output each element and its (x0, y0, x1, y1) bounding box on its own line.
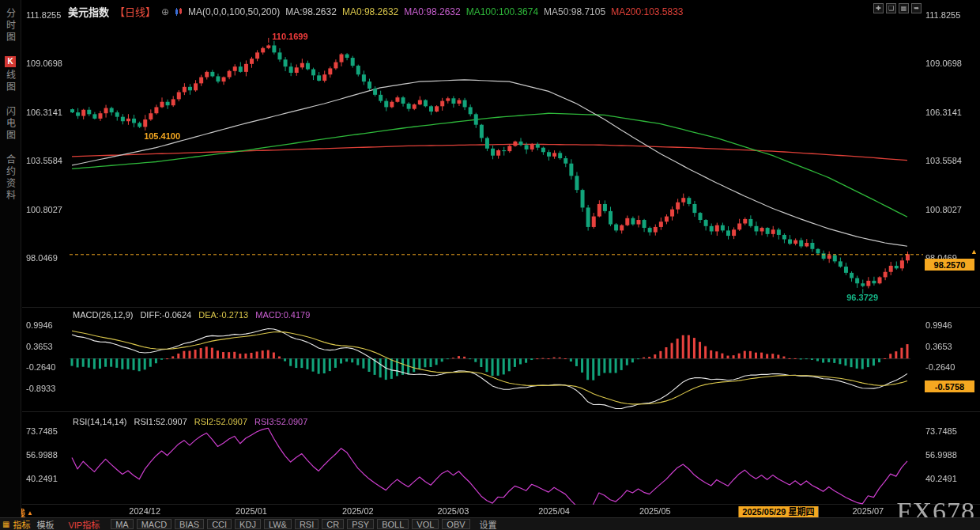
rsi-title: RSI(14,14,14) (73, 417, 126, 426)
grid-layout-icon[interactable]: ▦ (899, 3, 909, 13)
bottom-annotation: 96.3729 (846, 293, 878, 302)
tab-psy[interactable]: PSY (347, 519, 374, 529)
main-y-tick-left: 106.3141 (26, 108, 62, 117)
rsi2-value: RSI2:52.0907 (194, 417, 247, 426)
tab-boll[interactable]: BOLL (377, 519, 409, 529)
x-axis-label: 2025/03 (437, 506, 469, 516)
sidebar-item-kline[interactable]: K 线图 (4, 56, 17, 93)
peak-annotation: 110.1699 (272, 32, 307, 41)
macd-y-tick-right: 0.9946 (925, 320, 952, 330)
main-y-tick-left: 103.5584 (26, 156, 62, 165)
ma-value: MA:98.2632 (285, 6, 337, 17)
sidebar-item-contract-info[interactable]: 合约资料 (4, 154, 17, 202)
main-y-tick-right: 106.3141 (925, 108, 962, 117)
ma50-value: MA50:98.7105 (544, 6, 605, 17)
macd-value-box: -0.5758 (925, 380, 974, 392)
x-axis-date-highlight: 2025/05/29 星期四 (738, 506, 818, 517)
main-y-tick-left: 111.8255 (26, 10, 61, 20)
trading-app-window: 美元指数 【日线】 ⊕ MA(0,0,0,100,50,200) MA:98.2… (0, 0, 980, 530)
sidebar-item-label: 分时图 (4, 8, 17, 44)
price-arrow-icon: ▲ (971, 248, 978, 256)
rsi3-value: RSI3:52.0907 (254, 417, 307, 426)
rsi-y-tick-left: 40.2491 (26, 474, 58, 483)
split-screen-icon[interactable]: ✚ (873, 3, 884, 13)
main-y-tick-left: 98.0469 (26, 253, 58, 263)
symbol-name: 美元指数 (68, 4, 109, 19)
rsi-y-tick-right: 73.7485 (925, 426, 957, 436)
rsi-y-tick-right: 40.2491 (925, 474, 957, 483)
macd-y-tick-left: -0.8933 (26, 384, 55, 393)
bottom-indicator-bar: ▦ 指标 模板 VIP指标 MA MACD BIAS CCI KDJ LW& R… (0, 517, 980, 530)
last-price-box: 98.2570 (925, 259, 974, 271)
tab-macd[interactable]: MACD (137, 519, 172, 529)
sidebar-item-label: 闪电图 (4, 106, 17, 142)
ma100-value: MA100:100.3674 (466, 6, 538, 17)
macd-y-tick-left: 0.3653 (26, 342, 53, 351)
rsi-y-tick-left: 73.7485 (26, 426, 58, 436)
chevron-up-icon: ▲ (27, 509, 33, 517)
tab-settings[interactable]: 设置 (480, 518, 497, 530)
macd-panel-header: MACD(26,12,9) DIFF:-0.0624 DEA:-0.2713 M… (73, 310, 310, 320)
x-axis-label: 2025/01 (236, 506, 267, 516)
tab-vip-indicator[interactable]: VIP指标 (68, 518, 100, 530)
rsi-y-tick-right: 56.9988 (925, 450, 957, 460)
main-y-tick-right: 100.8027 (925, 205, 962, 214)
chart-header: 美元指数 【日线】 ⊕ MA(0,0,0,100,50,200) MA:98.2… (68, 4, 684, 19)
x-axis-label: 2025/04 (538, 506, 570, 516)
expand-icon[interactable]: ➥ (911, 3, 922, 13)
kline-icon (175, 7, 183, 17)
tab-rsi[interactable]: RSI (295, 519, 318, 529)
tab-obv[interactable]: OBV (442, 519, 469, 529)
macd-y-tick-right: -0.2640 (925, 362, 955, 372)
main-y-tick-right: 103.5584 (925, 156, 962, 165)
tab-vol[interactable]: VOL (412, 519, 439, 529)
tab-ma[interactable]: MA (111, 519, 134, 529)
ma0-value-a: MA0:98.2632 (342, 6, 398, 17)
x-axis-label: 2025/02 (342, 506, 374, 516)
ma200-value: MA200:103.5833 (611, 6, 683, 17)
chart-canvas[interactable] (0, 0, 980, 530)
macd-diff-value: DIFF:-0.0624 (140, 310, 191, 320)
tab-template[interactable]: 模板 (36, 518, 54, 530)
macd-title: MACD(26,12,9) (73, 310, 133, 320)
rsi1-value: RSI1:52.0907 (134, 417, 187, 426)
tab-bias[interactable]: BIAS (175, 519, 204, 529)
k-badge: K (5, 56, 16, 67)
ma-params: MA(0,0,0,100,50,200) (188, 6, 280, 17)
period-tag: 【日线】 (115, 4, 156, 19)
main-y-tick-left: 100.8027 (26, 205, 62, 214)
add-indicator-icon[interactable]: ⊕ (161, 6, 169, 17)
macd-y-tick-left: -0.2640 (26, 362, 55, 372)
sidebar-item-lightning[interactable]: 闪电图 (4, 106, 17, 142)
main-y-tick-right: 111.8255 (925, 10, 960, 20)
x-axis-label: 2025/05 (639, 506, 671, 516)
dip-annotation: 105.4100 (144, 131, 180, 141)
main-y-tick-right: 109.0698 (925, 59, 962, 68)
window-controls: ✚ ❏ ▦ ➥ (873, 3, 922, 13)
x-axis-label: 2024/12 (129, 506, 160, 516)
single-panel-icon[interactable]: ❏ (886, 3, 896, 13)
macd-dea-value: DEA:-0.2713 (198, 310, 248, 320)
macd-y-tick-left: 0.9946 (26, 320, 53, 330)
left-sidebar: 分时图 K 线图 闪电图 合约资料 (0, 0, 21, 530)
sidebar-item-label: 线图 (4, 70, 17, 93)
rsi-panel-header: RSI(14,14,14) RSI1:52.0907 RSI2:52.0907 … (73, 417, 307, 426)
rsi-y-tick-left: 56.9988 (26, 450, 58, 460)
ma0-value-b: MA0:98.2632 (404, 6, 460, 17)
x-axis-label: 2025/07 (852, 506, 884, 516)
tab-cr[interactable]: CR (322, 519, 344, 529)
sidebar-item-timeshare[interactable]: 分时图 (4, 8, 17, 44)
tab-lwr[interactable]: LW& (264, 519, 292, 529)
sidebar-item-label: 合约资料 (4, 154, 17, 202)
tab-indicator[interactable]: 指标 (13, 518, 30, 530)
macd-macd-value: MACD:0.4179 (255, 310, 310, 320)
tab-kdj[interactable]: KDJ (235, 519, 261, 529)
tab-cci[interactable]: CCI (207, 519, 232, 529)
indicator-grid-icon[interactable]: ▦ (2, 520, 9, 528)
main-y-tick-left: 109.0698 (26, 59, 62, 68)
macd-y-tick-right: 0.3653 (925, 342, 952, 351)
